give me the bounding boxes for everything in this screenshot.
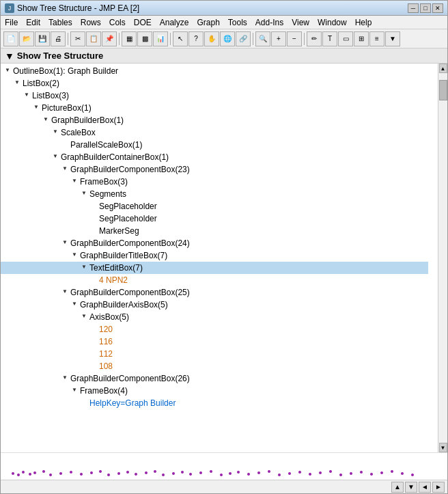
tree-row[interactable]: ▼FrameBox(3) [1, 176, 428, 188]
tree-toggle-icon[interactable]: ▼ [61, 288, 69, 297]
menu-graph[interactable]: Graph [193, 16, 223, 29]
scroll-up-btn[interactable]: ▲ [439, 64, 447, 73]
tree-toggle-icon[interactable]: ▼ [70, 178, 79, 186]
tree-row[interactable]: ▼GraphBuilderComponentBox(25) [1, 286, 428, 299]
toolbar-sep5 [304, 33, 305, 45]
vertical-scrollbar[interactable]: ▲ ▼ [438, 64, 447, 452]
toolbar-btn6[interactable]: ▼ [385, 31, 400, 46]
toolbar-save[interactable]: 💾 [35, 31, 50, 46]
tree-toggle-icon[interactable]: ▼ [61, 374, 69, 383]
toolbar-search[interactable]: 🔍 [255, 31, 270, 46]
tree-row[interactable]: ParallelScaleBox(1) [1, 139, 428, 151]
menu-edit[interactable]: Edit [22, 16, 44, 29]
tree-toggle-icon[interactable]: ▼ [13, 79, 21, 87]
menu-doe[interactable]: DOE [130, 16, 156, 29]
nav-right-btn[interactable]: ► [432, 482, 445, 493]
scroll-thumb[interactable] [439, 80, 447, 100]
tree-row[interactable]: ▼GraphBuilderComponentBox(23) [1, 163, 428, 176]
tree-row[interactable]: ▼PictureBox(1) [1, 102, 428, 114]
svg-point-3 [29, 473, 31, 476]
tree-row[interactable]: ▼FrameBox(4) [1, 385, 428, 397]
menu-cols[interactable]: Cols [105, 16, 130, 29]
tree-row[interactable]: ▼GraphBuilderContainerBox(1) [1, 151, 428, 163]
tree-row[interactable]: MarkerSeg [1, 225, 428, 237]
toolbar-arrow[interactable]: ↖ [173, 31, 188, 46]
tree-row[interactable]: 108 [1, 360, 428, 372]
tree-toggle-icon[interactable]: ▼ [23, 92, 31, 100]
tree-toggle-icon[interactable]: ▼ [61, 165, 69, 174]
tree-row[interactable]: ▼ScaleBox [1, 126, 428, 139]
tree-toggle-icon[interactable]: ▼ [70, 301, 79, 309]
toolbar-btn1[interactable]: ▦ [122, 31, 137, 46]
toolbar-copy[interactable]: 📋 [86, 31, 101, 46]
tree-row[interactable]: SegPlaceholder [1, 212, 428, 225]
toolbar-open[interactable]: 📂 [19, 31, 34, 46]
toolbar-hand[interactable]: ✋ [204, 31, 219, 46]
menu-window[interactable]: Window [313, 16, 351, 29]
tree-toggle-icon[interactable]: ▼ [51, 153, 59, 161]
tree-row[interactable]: 116 [1, 335, 428, 348]
tree-row[interactable]: 4 NPN2 [1, 274, 428, 286]
menu-view[interactable]: View [288, 16, 313, 29]
tree-row[interactable]: 112 [1, 348, 428, 360]
nav-down-btn[interactable]: ▼ [405, 482, 417, 493]
tree-row[interactable]: ▼ListBox(3) [1, 90, 428, 102]
menu-tools[interactable]: Tools [224, 16, 251, 29]
panel-collapse-icon[interactable]: ▼ [5, 51, 14, 61]
toolbar-help[interactable]: ? [188, 31, 204, 46]
tree-toggle-icon[interactable]: ▼ [70, 387, 79, 395]
toolbar-print[interactable]: 🖨 [51, 31, 66, 46]
tree-container[interactable]: ▼OutlineBox(1): Graph Builder▼ListBox(2)… [1, 64, 438, 452]
tree-toggle-icon[interactable]: ▼ [51, 128, 59, 137]
tree-toggle-icon[interactable]: ▼ [80, 264, 88, 272]
tree-row[interactable]: ▼GraphBuilderTitleBox(7) [1, 249, 428, 262]
menu-file[interactable]: File [1, 16, 22, 29]
tree-toggle-icon[interactable]: ▼ [42, 116, 50, 124]
toolbar-new[interactable]: 📄 [3, 31, 18, 46]
tree-row[interactable]: ▼Segments [1, 188, 428, 200]
tree-row[interactable]: ▼ListBox(2) [1, 77, 428, 90]
scroll-down-btn[interactable]: ▼ [439, 443, 447, 452]
toolbar-pencil[interactable]: ✏ [307, 31, 322, 46]
tree-row[interactable]: SegPlaceholder [1, 200, 428, 212]
tree-toggle-icon[interactable]: ▼ [61, 239, 69, 247]
toolbar-btn2[interactable]: ▩ [137, 31, 152, 46]
toolbar-zoom-in[interactable]: + [271, 31, 286, 46]
toolbar-btn4[interactable]: ⊞ [354, 31, 369, 46]
toolbar-cut[interactable]: ✂ [70, 31, 85, 46]
tree-row[interactable]: ▼AxisBox(5) [1, 311, 428, 323]
menu-help[interactable]: Help [351, 16, 376, 29]
minimize-button[interactable]: ─ [408, 3, 419, 13]
menu-analyze[interactable]: Analyze [156, 16, 193, 29]
svg-point-22 [199, 471, 202, 474]
toolbar-link[interactable]: 🔗 [236, 31, 251, 46]
nav-up-btn[interactable]: ▲ [391, 482, 404, 493]
tree-row[interactable]: ▼OutlineBox(1): Graph Builder [1, 65, 428, 77]
maximize-button[interactable]: □ [420, 3, 431, 13]
tree-row[interactable]: ▼GraphBuilderAxisBox(5) [1, 299, 428, 311]
tree-row[interactable]: ▼TextEditBox(7) [1, 262, 428, 274]
tree-toggle-icon[interactable]: ▼ [70, 251, 79, 260]
menu-addins[interactable]: Add-Ins [251, 16, 288, 29]
tree-toggle-icon[interactable]: ▼ [32, 104, 40, 112]
toolbar-paste[interactable]: 📌 [102, 31, 117, 46]
toolbar-text[interactable]: T [322, 31, 337, 46]
toolbar-btn3[interactable]: 📊 [153, 31, 168, 46]
tree-row[interactable]: HelpKey=Graph Builder [1, 397, 428, 409]
tree-toggle-icon[interactable]: ▼ [3, 67, 12, 75]
tree-node-label: GraphBuilderContainerBox(1) [61, 152, 169, 162]
menu-rows[interactable]: Rows [76, 16, 105, 29]
toolbar-rect[interactable]: ▭ [338, 31, 353, 46]
tree-toggle-icon[interactable]: ▼ [80, 190, 88, 198]
toolbar-zoom-out[interactable]: − [287, 31, 302, 46]
tree-row[interactable]: ▼GraphBuilderBox(1) [1, 114, 428, 126]
toolbar-globe[interactable]: 🌐 [220, 31, 235, 46]
tree-row[interactable]: 120 [1, 323, 428, 335]
close-button[interactable]: ✕ [432, 3, 443, 13]
tree-row[interactable]: ▼GraphBuilderComponentBox(26) [1, 372, 428, 385]
tree-row[interactable]: ▼GraphBuilderComponentBox(24) [1, 237, 428, 249]
tree-toggle-icon[interactable]: ▼ [80, 313, 88, 321]
nav-left-btn[interactable]: ◄ [419, 482, 431, 493]
menu-tables[interactable]: Tables [44, 16, 76, 29]
toolbar-btn5[interactable]: ≡ [369, 31, 384, 46]
